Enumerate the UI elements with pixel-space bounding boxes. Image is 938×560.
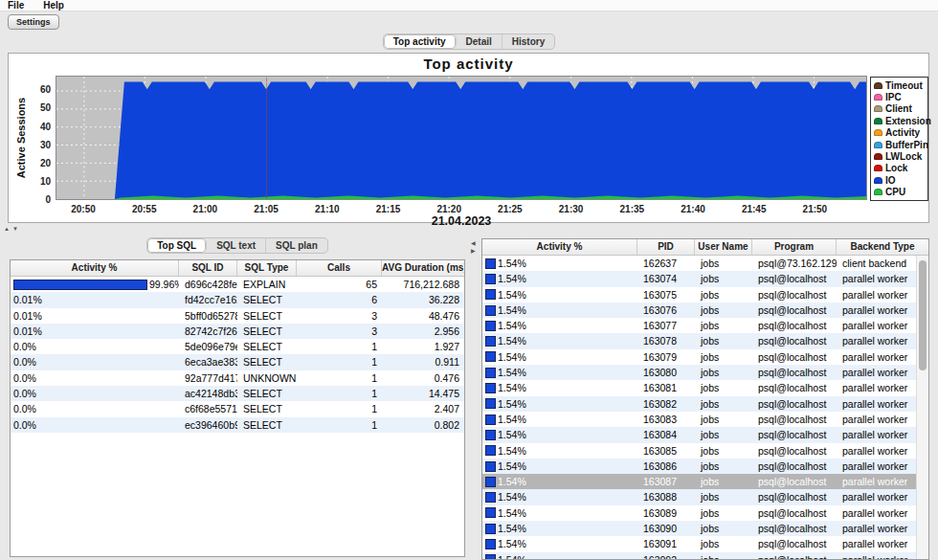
column-header[interactable]: User Name (695, 239, 752, 255)
sql-type-cell: SELECT (237, 401, 297, 416)
sql-table-row[interactable]: 0.0%92a777d4175UNKNOWN10.476 (11, 370, 464, 386)
session-table-row[interactable]: 1.54%163092jobspsql@localhostparallel wo… (482, 552, 918, 560)
program-cell: psql@localhost (752, 318, 837, 333)
sql-table-body: 99.96%d696c428feacEXPLAIN65716,212.6880.… (11, 277, 464, 433)
backend-cell: parallel worker (837, 552, 918, 560)
splitter-collapse-icons[interactable]: ◀▶ (471, 239, 476, 254)
session-table-row[interactable]: 1.54%163086jobspsql@localhostparallel wo… (482, 459, 918, 474)
activity-cell: 1.54% (482, 365, 637, 380)
program-cell: psql@localhost (752, 380, 837, 395)
activity-bar (485, 477, 496, 487)
vertical-scrollbar[interactable] (916, 256, 928, 559)
sql-table-row[interactable]: 0.0%ec396460b98SELECT10.802 (11, 417, 464, 433)
user-cell: jobs (695, 365, 752, 380)
sql-id-cell: d696c428feac (179, 277, 237, 292)
program-cell: psql@localhost (752, 521, 837, 536)
user-cell: jobs (695, 287, 752, 302)
session-table-row[interactable]: 1.54%163074jobspsql@localhostparallel wo… (482, 271, 918, 286)
settings-button[interactable]: Settings (8, 14, 59, 30)
session-table-row[interactable]: 1.54%163089jobspsql@localhostparallel wo… (482, 505, 918, 521)
session-table-row[interactable]: 1.54%163075jobspsql@localhostparallel wo… (482, 287, 918, 302)
activity-percent: 1.54% (498, 318, 526, 333)
sql-type-cell: SELECT (237, 339, 297, 354)
session-table-row[interactable]: 1.54%163082jobspsql@localhostparallel wo… (482, 396, 918, 412)
activity-cell: 1.54% (482, 552, 637, 560)
session-table-row[interactable]: 1.54%163084jobspsql@localhostparallel wo… (482, 427, 918, 442)
tab-sql-plan[interactable]: SQL plan (266, 238, 327, 253)
user-cell: jobs (695, 459, 752, 474)
backend-cell: parallel worker (837, 474, 918, 489)
sql-table-row[interactable]: 99.96%d696c428feacEXPLAIN65716,212.688 (11, 277, 464, 292)
user-cell: jobs (695, 412, 752, 427)
activity-cell: 0.01% (11, 292, 179, 307)
activity-percent: 1.54% (498, 489, 526, 504)
tab-detail[interactable]: Detail (457, 34, 502, 49)
session-table-row[interactable]: 1.54%163081jobspsql@localhostparallel wo… (482, 380, 918, 395)
sql-type-cell: UNKNOWN (237, 370, 297, 386)
column-header[interactable]: Program (752, 239, 837, 255)
activity-bar (485, 492, 496, 503)
session-table-row[interactable]: 1.54%163091jobspsql@localhostparallel wo… (482, 536, 918, 551)
session-table-row[interactable]: 1.54%163080jobspsql@localhostparallel wo… (482, 365, 918, 380)
legend-label: IO (885, 175, 896, 186)
legend-item: Client (874, 103, 927, 115)
tab-top-sql[interactable]: Top SQL (147, 238, 207, 253)
chart-plot-area[interactable] (56, 76, 867, 200)
pid-cell: 163090 (637, 521, 695, 536)
legend-item: IO (874, 174, 927, 186)
x-tick-label: 20:50 (71, 204, 96, 214)
sql-table-row[interactable]: 0.0%5de096e79e2SELECT11.927 (11, 339, 464, 354)
activity-percent: 1.54% (498, 474, 526, 489)
avg-duration-cell: 48.476 (382, 308, 464, 324)
splitter-collapse-icons[interactable]: ▲▼ (4, 226, 21, 232)
sql-table-row[interactable]: 0.0%ac42148db31SELECT114.475 (11, 386, 464, 401)
bottom-area: Top SQLSQL textSQL plan Activity %SQL ID… (0, 236, 938, 560)
activity-bar (485, 524, 496, 534)
activity-percent: 1.54% (498, 505, 526, 521)
column-header[interactable]: SQL Type (237, 260, 297, 276)
session-table-row[interactable]: 1.54%163087jobspsql@localhostparallel wo… (482, 474, 918, 489)
tab-top-activity[interactable]: Top activity (384, 34, 457, 49)
session-table-row[interactable]: 1.54%163090jobspsql@localhostparallel wo… (482, 521, 918, 536)
y-tick-label: 0 (9, 195, 51, 205)
sql-table-row[interactable]: 0.01%82742c7f267fSELECT32.956 (11, 324, 464, 339)
sql-table-row[interactable]: 0.01%fd42cc7e1625SELECT636.228 (11, 292, 464, 307)
session-table-header: Activity %PIDUser NameProgramBackend Typ… (482, 239, 928, 256)
session-table-row[interactable]: 1.54%162637jobspsql@73.162.129.7...clien… (482, 256, 918, 271)
activity-cell: 1.54% (482, 505, 637, 521)
session-table-row[interactable]: 1.54%163085jobspsql@localhostparallel wo… (482, 443, 918, 459)
column-header[interactable]: PID (637, 239, 695, 255)
sql-type-cell: SELECT (237, 292, 297, 307)
session-table-row[interactable]: 1.54%163079jobspsql@localhostparallel wo… (482, 349, 918, 365)
session-table-row[interactable]: 1.54%163077jobspsql@localhostparallel wo… (482, 318, 918, 333)
column-header[interactable]: Activity % (482, 239, 637, 255)
vertical-splitter[interactable]: ◀▶ (467, 236, 481, 560)
sql-table-row[interactable]: 0.0%c6f68e5571ffSELECT12.407 (11, 401, 464, 416)
sql-type-cell: SELECT (237, 324, 297, 339)
menu-item-file[interactable]: File (8, 0, 24, 11)
column-header[interactable]: Activity % (11, 260, 179, 276)
column-header[interactable]: SQL ID (179, 260, 237, 276)
session-table-row[interactable]: 1.54%163076jobspsql@localhostparallel wo… (482, 302, 918, 318)
horizontal-splitter[interactable]: ▲▼ (0, 223, 938, 236)
session-table-row[interactable]: 1.54%163083jobspsql@localhostparallel wo… (482, 412, 918, 427)
activity-percent: 1.54% (498, 333, 526, 348)
legend-item: Timeout (874, 79, 927, 91)
pid-cell: 163076 (637, 302, 695, 318)
column-header[interactable]: AVG Duration (ms) (382, 260, 464, 276)
session-table-row[interactable]: 1.54%163078jobspsql@localhostparallel wo… (482, 333, 918, 348)
sql-table-row[interactable]: 0.01%5bff0d652788SELECT348.476 (11, 308, 464, 324)
session-table-row[interactable]: 1.54%163088jobspsql@localhostparallel wo… (482, 489, 918, 504)
scrollbar-thumb[interactable] (919, 260, 927, 370)
tab-history[interactable]: History (502, 34, 554, 49)
menu-item-help[interactable]: Help (43, 0, 64, 11)
program-cell: psql@73.162.129.7... (752, 256, 837, 271)
tab-sql-text[interactable]: SQL text (207, 238, 266, 253)
column-header[interactable]: Backend Type (837, 239, 928, 255)
ash-viewer-window: { "window": { "menu": ["File", "Help"], … (0, 0, 938, 560)
activity-cell: 1.54% (482, 318, 637, 333)
backend-cell: parallel worker (837, 333, 918, 348)
sql-table-row[interactable]: 0.0%6eca3ae383caSELECT10.911 (11, 354, 464, 370)
column-header[interactable]: Calls (297, 260, 382, 276)
pid-cell: 163088 (637, 489, 695, 504)
